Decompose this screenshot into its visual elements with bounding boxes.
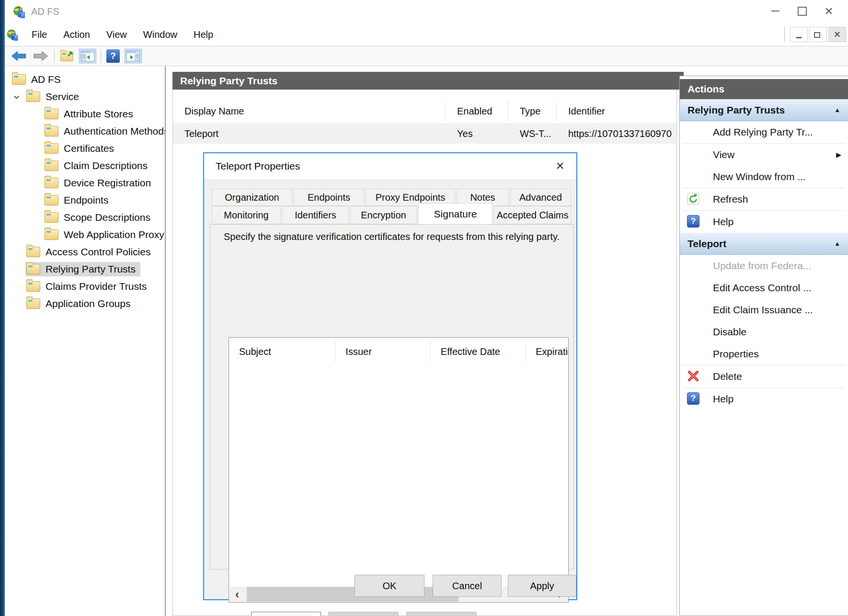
cert-column-issuer[interactable]: Issuer <box>335 341 430 362</box>
actions-header: Actions <box>680 79 848 99</box>
tree-item-attribute-stores[interactable]: Attribute Stores <box>5 105 165 123</box>
action-section-relying-party-trusts[interactable]: Relying Party Trusts▲ <box>680 99 848 121</box>
toolbar-separator <box>54 49 55 63</box>
column-header-type[interactable]: Type <box>508 102 557 121</box>
tree-item-highlight: AD FS <box>11 72 66 87</box>
tree-item-web-application-proxy[interactable]: Web Application Proxy <box>5 226 165 243</box>
scroll-left-button[interactable]: ‹ <box>229 587 245 602</box>
close-button[interactable]: × <box>815 0 842 22</box>
tab-accepted-claims[interactable]: Accepted Claims <box>494 206 571 224</box>
signature-description: Specify the signature verification certi… <box>224 230 564 243</box>
action-item-refresh[interactable]: Refresh <box>680 188 848 210</box>
tab-monitoring[interactable]: Monitoring <box>212 206 281 224</box>
action-item-delete[interactable]: Delete <box>680 365 848 388</box>
action-item-label: Help <box>713 393 848 405</box>
tree-item-relying-party-trusts[interactable]: Relying Party Trusts <box>5 261 165 278</box>
help-toolbar-button[interactable]: ? <box>105 48 121 64</box>
add-button[interactable]: Add.. <box>251 612 321 616</box>
action-item-disable[interactable]: Disable <box>680 321 848 343</box>
tree-item-highlight: Device Registration <box>44 176 156 190</box>
action-item-label: Add Relying Party Tr... <box>713 126 848 138</box>
close-icon: × <box>825 4 833 18</box>
forward-icon <box>33 50 49 62</box>
tab-endpoints[interactable]: Endpoints <box>294 189 364 206</box>
menu-window[interactable]: Window <box>135 25 185 44</box>
refresh-icon <box>687 193 699 207</box>
action-item-help[interactable]: ?Help <box>680 388 848 410</box>
cancel-button[interactable]: Cancel <box>433 575 502 597</box>
tree-item-label: Authentication Methods <box>64 125 166 137</box>
tree-item-label: Scope Descriptions <box>64 212 150 223</box>
tree-item-label: Web Application Proxy <box>64 229 164 240</box>
menu-file[interactable]: File <box>23 25 55 44</box>
table-row-teleport[interactable]: TeleportYesWS-T...https://10701337160970 <box>173 124 676 144</box>
column-header-enabled[interactable]: Enabled <box>446 102 508 121</box>
tree-item-authentication-methods[interactable]: Authentication Methods <box>5 123 165 140</box>
console-restore-button[interactable] <box>809 27 827 42</box>
dialog-close-button[interactable]: × <box>550 156 570 175</box>
menu-help[interactable]: Help <box>185 25 221 44</box>
action-pane-icon <box>126 50 140 62</box>
chevron-down-icon[interactable] <box>8 93 25 101</box>
tree-item-application-groups[interactable]: Application Groups <box>5 295 165 312</box>
tree-item-device-registration[interactable]: Device Registration <box>5 174 165 192</box>
tab-signature[interactable]: Signature <box>418 203 493 224</box>
action-item-view[interactable]: View▶ <box>680 144 848 166</box>
tree-item-endpoints[interactable]: Endpoints <box>5 192 165 209</box>
menu-bar: FileActionViewWindowHelp × <box>5 23 848 46</box>
action-item-new-window-from[interactable]: New Window from ... <box>680 166 848 188</box>
remove-button[interactable]: Remove... <box>406 612 477 616</box>
tree-item-highlight: Certificates <box>44 141 119 156</box>
tab-organization[interactable]: Organization <box>212 189 292 206</box>
tab-identifiers[interactable]: Identifiers <box>282 206 349 224</box>
folder-icon <box>12 74 26 85</box>
menu-action[interactable]: Action <box>55 25 98 44</box>
show-action-pane-button[interactable] <box>125 49 142 63</box>
apply-button[interactable]: Apply <box>508 575 576 597</box>
cell: https://10701337160970 <box>557 128 676 139</box>
tree-item-ad-fs[interactable]: AD FS <box>5 71 165 88</box>
tree-item-access-control-policies[interactable]: Access Control Policies <box>5 243 165 261</box>
collapse-icon[interactable]: ▲ <box>834 106 840 114</box>
collapse-icon[interactable]: ▲ <box>834 240 840 247</box>
export-list-button[interactable] <box>59 49 75 63</box>
minimize-button[interactable] <box>762 0 789 22</box>
ok-button[interactable]: OK <box>355 575 424 597</box>
column-header-display-name[interactable]: Display Name <box>173 102 446 121</box>
cert-column-expiration[interactable]: Expiration <box>526 341 568 362</box>
cert-column-subject[interactable]: Subject <box>229 341 335 362</box>
tree-item-certificates[interactable]: Certificates <box>5 140 165 157</box>
certificates-column-headers: SubjectIssuerEffective DateExpiration <box>229 338 568 365</box>
back-button[interactable] <box>10 49 28 63</box>
action-item-properties[interactable]: Properties <box>680 343 848 365</box>
column-header-identifier[interactable]: Identifier <box>557 102 676 121</box>
cert-column-effective-date[interactable]: Effective Date <box>431 341 526 362</box>
menu-view[interactable]: View <box>98 25 135 44</box>
view-button[interactable]: View... <box>328 612 399 616</box>
menu-controls-separator <box>784 27 785 42</box>
tree-item-claims-provider-trusts[interactable]: Claims Provider Trusts <box>5 278 165 295</box>
action-section-teleport[interactable]: Teleport▲ <box>680 233 848 255</box>
folder-icon <box>26 281 40 292</box>
forward-button[interactable] <box>32 49 50 63</box>
action-item-edit-access-control[interactable]: Edit Access Control ... <box>680 277 848 299</box>
action-item-update-from-federa[interactable]: Update from Federa... <box>680 255 848 277</box>
action-item-edit-claim-issuance[interactable]: Edit Claim Issuance ... <box>680 299 848 321</box>
tab-encryption[interactable]: Encryption <box>350 206 417 224</box>
help-icon: ? <box>687 392 699 405</box>
tab-advanced[interactable]: Advanced <box>510 189 571 206</box>
list-column-headers: Display NameEnabledTypeIdentifier <box>173 99 676 124</box>
tree-item-scope-descriptions[interactable]: Scope Descriptions <box>5 209 165 226</box>
action-item-help[interactable]: ?Help <box>680 211 848 233</box>
tree-item-highlight: Authentication Methods <box>44 124 166 138</box>
folder-icon <box>45 143 58 154</box>
tree-item-claim-descriptions[interactable]: Claim Descriptions <box>5 157 165 174</box>
folder-icon <box>26 264 40 274</box>
action-item-add-relying-party-tr[interactable]: Add Relying Party Tr... <box>680 121 848 143</box>
maximize-button[interactable] <box>789 0 815 22</box>
show-console-tree-button[interactable] <box>79 49 96 63</box>
scrollbar-thumb[interactable] <box>247 587 458 602</box>
console-minimize-button[interactable] <box>790 27 808 42</box>
tree-item-service[interactable]: Service <box>5 88 165 105</box>
console-close-button[interactable]: × <box>828 27 846 42</box>
